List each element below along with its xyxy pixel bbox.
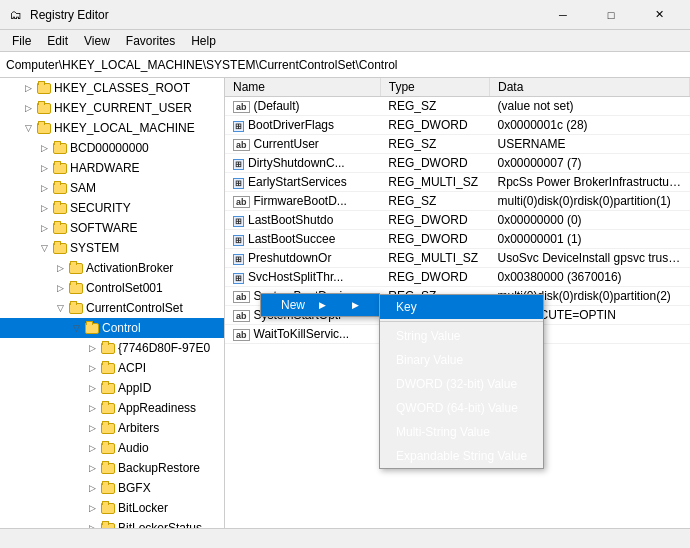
cell-data: (value not set) [490, 97, 690, 116]
expand-icon: ▷ [36, 180, 52, 196]
menu-favorites[interactable]: Favorites [118, 32, 183, 50]
table-row[interactable]: ⊞LastBootSuccee REG_DWORD 0x00000001 (1) [225, 230, 690, 249]
submenu-qword-value[interactable]: QWORD (64-bit) Value [380, 396, 543, 420]
menu-view[interactable]: View [76, 32, 118, 50]
expand-icon: ▷ [84, 500, 100, 516]
tree-item-sam[interactable]: ▷ SAM [0, 178, 224, 198]
tree-panel[interactable]: ▷ HKEY_CLASSES_ROOT ▷ HKEY_CURRENT_USER … [0, 78, 225, 528]
window-title: Registry Editor [30, 8, 540, 22]
table-row[interactable]: ⊞EarlyStartServices REG_MULTI_SZ RpcSs P… [225, 173, 690, 192]
data-panel[interactable]: Name Type Data ab(Default) REG_SZ (value… [225, 78, 690, 528]
tree-item-security[interactable]: ▷ SECURITY [0, 198, 224, 218]
tree-item-controlset001[interactable]: ▷ ControlSet001 [0, 278, 224, 298]
tree-label: ControlSet001 [86, 281, 163, 295]
folder-icon [100, 460, 116, 476]
tree-item-control[interactable]: ▽ Control [0, 318, 224, 338]
tree-item-appreadiness[interactable]: ▷ AppReadiness [0, 398, 224, 418]
tree-label: BCD00000000 [70, 141, 149, 155]
expand-icon: ▷ [52, 280, 68, 296]
cell-type: REG_SZ [380, 192, 489, 211]
tree-label: CurrentControlSet [86, 301, 183, 315]
table-row[interactable]: ⊞PreshutdownOr REG_MULTI_SZ UsoSvc Devic… [225, 249, 690, 268]
folder-icon [52, 240, 68, 256]
expand-icon: ▷ [84, 400, 100, 416]
expand-icon: ▷ [84, 420, 100, 436]
expand-icon: ▽ [68, 320, 84, 336]
folder-icon [100, 340, 116, 356]
cell-data: 0x0000001c (28) [490, 116, 690, 135]
tree-label: BackupRestore [118, 461, 200, 475]
tree-item-currentcontrolset[interactable]: ▽ CurrentControlSet [0, 298, 224, 318]
tree-item-arbiters[interactable]: ▷ Arbiters [0, 418, 224, 438]
folder-icon [52, 160, 68, 176]
tree-item-software[interactable]: ▷ SOFTWARE [0, 218, 224, 238]
submenu-string-value[interactable]: String Value [380, 324, 543, 348]
cell-data: 0x00000007 (7) [490, 154, 690, 173]
window-controls: ─ □ ✕ [540, 0, 682, 30]
tree-item-hkey-classes-root[interactable]: ▷ HKEY_CLASSES_ROOT [0, 78, 224, 98]
title-bar: 🗂 Registry Editor ─ □ ✕ [0, 0, 690, 30]
folder-icon [52, 200, 68, 216]
table-row[interactable]: ⊞BootDriverFlags REG_DWORD 0x0000001c (2… [225, 116, 690, 135]
maximize-button[interactable]: □ [588, 0, 634, 30]
address-path: Computer\HKEY_LOCAL_MACHINE\SYSTEM\Curre… [6, 58, 397, 72]
expand-icon: ▷ [84, 360, 100, 376]
tree-item-system[interactable]: ▽ SYSTEM [0, 238, 224, 258]
tree-item-hkey-current-user[interactable]: ▷ HKEY_CURRENT_USER [0, 98, 224, 118]
tree-label: Audio [118, 441, 149, 455]
submenu-dword-value[interactable]: DWORD (32-bit) Value [380, 372, 543, 396]
tree-item-hardware[interactable]: ▷ HARDWARE [0, 158, 224, 178]
tree-item-bitlocker[interactable]: ▷ BitLocker [0, 498, 224, 518]
tree-item-appid[interactable]: ▷ AppID [0, 378, 224, 398]
cell-type: REG_SZ [380, 135, 489, 154]
tree-label: SECURITY [70, 201, 131, 215]
menu-edit[interactable]: Edit [39, 32, 76, 50]
table-row[interactable]: ⊞SvcHostSplitThr... REG_DWORD 0x00380000… [225, 268, 690, 287]
table-row[interactable]: abFirmwareBootD... REG_SZ multi(0)disk(0… [225, 192, 690, 211]
context-menu-new[interactable]: New ▶ Key String Value Binary Value DWOR… [261, 294, 379, 316]
tree-item-audio[interactable]: ▷ Audio [0, 438, 224, 458]
submenu-key[interactable]: Key [380, 295, 543, 319]
tree-item-activation-broker[interactable]: ▷ ActivationBroker [0, 258, 224, 278]
folder-icon [100, 500, 116, 516]
tree-item-acpi[interactable]: ▷ ACPI [0, 358, 224, 378]
table-row[interactable]: ab(Default) REG_SZ (value not set) [225, 97, 690, 116]
col-data: Data [490, 78, 690, 97]
tree-label: BitLocker [118, 501, 168, 515]
tree-item-hkey-local-machine[interactable]: ▽ HKEY_LOCAL_MACHINE [0, 118, 224, 138]
minimize-button[interactable]: ─ [540, 0, 586, 30]
expand-icon: ▷ [84, 520, 100, 528]
tree-label: ActivationBroker [86, 261, 173, 275]
folder-icon [68, 300, 84, 316]
expand-icon: ▷ [84, 460, 100, 476]
cell-name: ⊞BootDriverFlags [225, 116, 380, 135]
cell-name: ⊞LastBootSuccee [225, 230, 380, 249]
tree-item-bcd[interactable]: ▷ BCD00000000 [0, 138, 224, 158]
submenu-binary-value[interactable]: Binary Value [380, 348, 543, 372]
submenu-expandable-string[interactable]: Expandable String Value [380, 444, 543, 468]
close-button[interactable]: ✕ [636, 0, 682, 30]
cell-type: REG_MULTI_SZ [380, 249, 489, 268]
folder-icon [52, 220, 68, 236]
tree-item-guid[interactable]: ▷ {7746D80F-97E0 [0, 338, 224, 358]
cell-type: REG_DWORD [380, 154, 489, 173]
menu-help[interactable]: Help [183, 32, 224, 50]
expand-icon: ▷ [52, 260, 68, 276]
cell-data: USERNAME [490, 135, 690, 154]
table-row[interactable]: ⊞DirtyShutdownC... REG_DWORD 0x00000007 … [225, 154, 690, 173]
col-name: Name [225, 78, 380, 97]
folder-icon [100, 400, 116, 416]
submenu[interactable]: Key String Value Binary Value DWORD (32-… [379, 294, 544, 469]
submenu-multi-string[interactable]: Multi-String Value [380, 420, 543, 444]
table-row[interactable]: ⊞LastBootShutdo REG_DWORD 0x00000000 (0) [225, 211, 690, 230]
table-row[interactable]: abCurrentUser REG_SZ USERNAME [225, 135, 690, 154]
context-menu[interactable]: New ▶ Key String Value Binary Value DWOR… [260, 293, 380, 317]
tree-item-bgfx[interactable]: ▷ BGFX [0, 478, 224, 498]
menu-file[interactable]: File [4, 32, 39, 50]
tree-item-bitlocker-status[interactable]: ▷ BitLockerStatus [0, 518, 224, 528]
submenu-arrow: ▶ [319, 300, 326, 310]
folder-icon [100, 440, 116, 456]
tree-item-backuprestore[interactable]: ▷ BackupRestore [0, 458, 224, 478]
folder-icon [84, 320, 100, 336]
app-icon: 🗂 [8, 7, 24, 23]
